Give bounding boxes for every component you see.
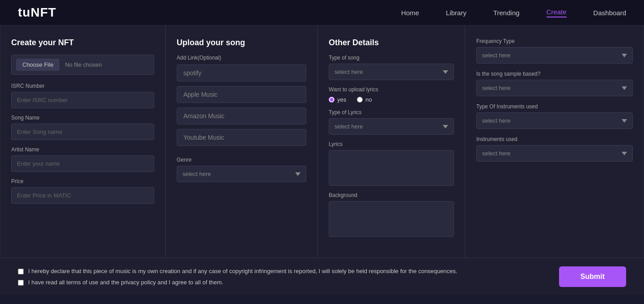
lyrics-label: Lyrics [329, 141, 454, 147]
type-of-lyrics-label: Type of Lyrics [329, 109, 454, 116]
terms-checkbox[interactable] [18, 280, 24, 286]
frequency-type-select[interactable]: select here 432Hz 440Hz 528Hz [476, 47, 633, 64]
genre-label: Genre [177, 157, 306, 163]
sample-based-select[interactable]: select here Yes No [476, 80, 633, 96]
genre-select[interactable]: select here Pop Rock Hip-Hop Jazz Classi… [177, 166, 306, 182]
nav-links: Home Library Trending Create Dashboard [401, 8, 626, 17]
add-link-label: Add Link(Optional) [177, 55, 306, 61]
radio-no[interactable] [357, 97, 363, 103]
apple-music-input[interactable] [177, 86, 306, 103]
other-details-title: Other Details [329, 38, 454, 47]
logo: tuNFT [18, 5, 56, 20]
navbar: tuNFT Home Library Trending Create Dashb… [0, 0, 644, 25]
type-of-song-select[interactable]: select here Original Cover Remix Sample [329, 64, 454, 80]
create-nft-panel: Create your NFT Choose File No file chos… [0, 25, 165, 258]
type-of-song-label: Type of song [329, 55, 454, 61]
instruments-used-label: Instruments used [476, 136, 633, 142]
isrc-label: ISRC Number [11, 83, 154, 89]
background-textarea[interactable] [329, 201, 454, 237]
price-label: Price [11, 178, 154, 184]
isrc-input[interactable] [11, 92, 154, 108]
submit-button[interactable]: Submit [559, 266, 626, 287]
radio-yes-label[interactable]: yes [329, 96, 346, 103]
panels-row: Create your NFT Choose File No file chos… [0, 25, 644, 258]
instruments-type-label: Type Of Instruments used [476, 103, 633, 110]
artist-name-input[interactable] [11, 155, 154, 172]
create-nft-title: Create your NFT [11, 38, 154, 47]
checkboxes-container: I hereby declare that this piece of musi… [18, 268, 458, 286]
file-input-row: Choose File No file chosen [11, 55, 154, 75]
terms-text: I have read all terms of use and the pri… [28, 279, 223, 286]
file-placeholder: No file chosen [65, 61, 102, 68]
upload-song-title: Upload your song [177, 38, 306, 47]
declaration-checkbox[interactable] [18, 269, 24, 274]
declaration-text: I hereby declare that this piece of musi… [28, 268, 458, 274]
background-label: Background [329, 192, 454, 198]
radio-yes[interactable] [329, 97, 335, 103]
nav-library[interactable]: Library [446, 9, 466, 17]
spotify-input[interactable] [177, 64, 306, 81]
other-details-panel: Other Details Type of song select here O… [318, 25, 465, 258]
checkbox-row-2: I have read all terms of use and the pri… [18, 279, 458, 286]
instruments-type-select[interactable]: select here Acoustic Electric Digital [476, 112, 633, 129]
lyrics-radio-group: yes no [329, 96, 454, 103]
radio-no-label[interactable]: no [357, 96, 372, 103]
checkbox-row-1: I hereby declare that this piece of musi… [18, 268, 458, 274]
sample-based-label: Is the song sample based? [476, 71, 633, 77]
logo-text: tuNFT [18, 5, 56, 19]
price-input[interactable] [11, 187, 154, 204]
want-lyrics-label: Want to upload lyrics [329, 86, 454, 93]
type-of-lyrics-select[interactable]: select here English Spanish French [329, 118, 454, 135]
nav-home[interactable]: Home [401, 9, 419, 17]
upload-song-panel: Upload your song Add Link(Optional) Genr… [165, 25, 318, 258]
nav-trending[interactable]: Trending [493, 9, 520, 17]
bottom-bar: I hereby declare that this piece of musi… [0, 258, 644, 295]
song-name-input[interactable] [11, 124, 154, 140]
youtube-music-input[interactable] [177, 129, 306, 146]
amazon-music-input[interactable] [177, 107, 306, 124]
artist-name-label: Artist Name [11, 146, 154, 153]
lyrics-textarea[interactable] [329, 150, 454, 186]
song-name-label: Song Name [11, 115, 154, 121]
nav-dashboard[interactable]: Dashboard [593, 9, 626, 17]
nav-create[interactable]: Create [547, 8, 567, 17]
right-panel: Frequency Type select here 432Hz 440Hz 5… [465, 25, 644, 258]
instruments-used-select[interactable]: select here Guitar Piano Drums Bass Viol… [476, 145, 633, 162]
frequency-type-label: Frequency Type [476, 38, 633, 44]
choose-file-button[interactable]: Choose File [16, 59, 59, 71]
